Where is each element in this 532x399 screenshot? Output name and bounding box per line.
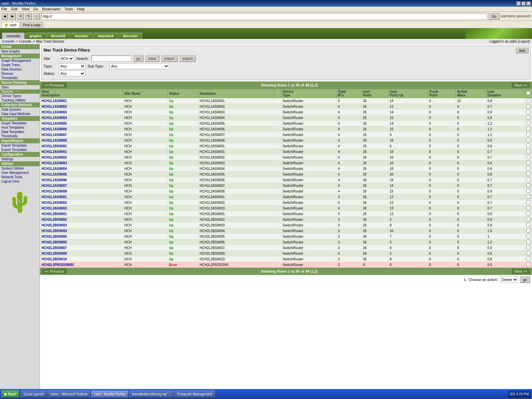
taskbar-item-compmgmt[interactable]: Computer Management (174, 390, 215, 398)
go-button[interactable]: Go (488, 13, 499, 20)
sidebar-item-host-templates[interactable]: Host Templates (0, 125, 40, 130)
host-link[interactable]: HCH1L2ASWI08 (42, 190, 67, 193)
host-link[interactable]: HCH1L3ASWI03 (42, 206, 67, 210)
row-checkbox[interactable] (526, 155, 530, 159)
row-checkbox[interactable] (526, 262, 530, 266)
row-checkbox[interactable] (526, 200, 530, 204)
sidebar-item-data-queries[interactable]: Data Queries (0, 107, 40, 112)
host-link[interactable]: HCH1L1ASWI01 (42, 99, 67, 103)
host-link[interactable]: HCH2L2BSWI09 (42, 252, 67, 255)
row-checkbox[interactable] (526, 144, 530, 148)
row-checkbox[interactable] (526, 223, 530, 227)
row-checkbox[interactable] (526, 161, 530, 165)
status-select[interactable]: Any (59, 70, 85, 76)
import-button[interactable]: import (161, 55, 178, 62)
nav-tab-console[interactable]: console (2, 33, 25, 39)
go-button[interactable]: go (133, 55, 143, 62)
row-checkbox[interactable] (526, 132, 530, 136)
row-checkbox[interactable] (526, 217, 530, 221)
host-link[interactable]: HCH1L1ASWI03 (42, 110, 67, 114)
minimize-button[interactable]: _ (516, 1, 521, 6)
taskbar-item-firefox[interactable]: cacti - Mozilla Firefox (91, 390, 128, 398)
host-link[interactable]: HCH1L1ASWI08 (42, 139, 67, 142)
row-checkbox[interactable] (526, 138, 530, 142)
host-link[interactable]: HCH2L2BSWI07 (42, 246, 67, 250)
site-select[interactable]: HCH All (59, 56, 74, 62)
nav-tab-threshld[interactable]: threshld (47, 33, 69, 39)
row-checkbox[interactable] (526, 115, 530, 119)
export-button[interactable]: export (180, 55, 196, 62)
row-checkbox[interactable] (526, 245, 530, 249)
host-link[interactable]: HCH1L1ASWI06 (42, 127, 67, 131)
nav-tab-monitor[interactable]: monitor (70, 33, 93, 39)
action-go-button[interactable]: go (520, 276, 530, 283)
sidebar-item-settings[interactable]: Settings (0, 157, 40, 161)
host-link[interactable]: HCH1L3ASWI02 (42, 201, 67, 204)
row-checkbox[interactable] (526, 121, 530, 125)
action-select[interactable]: Delete (500, 276, 518, 283)
sidebar-item-tracking-utilities[interactable]: Tracking Utilities (0, 98, 40, 102)
sidebar-item-graph-templates[interactable]: Graph Templates (0, 121, 40, 125)
row-checkbox[interactable] (526, 206, 530, 210)
close-button[interactable]: ✕ (526, 1, 531, 6)
row-checkbox[interactable] (526, 98, 530, 102)
sidebar-item-data-input-methods[interactable]: Data Input Methods (0, 112, 40, 116)
forward-button[interactable]: ▶ (9, 13, 16, 20)
sidebar-item-network-tools[interactable]: Network Tools (0, 175, 40, 179)
taskbar-item-tweedledee[interactable]: tweedledee.hillsong.net ... (129, 390, 174, 398)
menu-file[interactable]: File (1, 7, 7, 11)
host-link[interactable]: HCH1L2ASWI06 (42, 178, 67, 182)
row-checkbox[interactable] (526, 172, 530, 176)
next-button-top[interactable]: Next >> (512, 82, 530, 88)
host-link[interactable]: HCH2L2BSWI06 (42, 240, 67, 244)
sidebar-item-import-templates[interactable]: Import Templates (0, 143, 40, 148)
add-button[interactable]: Add (516, 48, 528, 53)
sidebar-item-devices[interactable]: Devices (0, 89, 40, 94)
sidebar-item-thresholds-tmpl[interactable]: Thresholds (0, 134, 40, 138)
row-checkbox[interactable] (526, 110, 530, 114)
clear-button[interactable]: clear (145, 55, 159, 62)
row-checkbox[interactable] (526, 189, 530, 193)
sidebar-item-new-graphs[interactable]: New Graphs (0, 49, 40, 54)
menu-bookmarks[interactable]: Bookmarks (42, 7, 61, 11)
type-select[interactable]: Any (59, 63, 85, 69)
row-checkbox[interactable] (526, 166, 530, 170)
sidebar-item-data-sources[interactable]: Data Sources (0, 67, 40, 71)
host-link[interactable]: HCH2L2BSWI04 (42, 229, 67, 233)
sidebar-item-device-types[interactable]: Device Types (0, 94, 40, 98)
row-checkbox[interactable] (526, 149, 530, 153)
sidebar-item-thresholds-mgmt[interactable]: Thresholds (0, 76, 40, 80)
host-link[interactable]: HCH1L2ASWI05 (42, 173, 67, 176)
stop-button[interactable]: ✕ (17, 13, 24, 20)
select-all-checkbox[interactable] (526, 91, 530, 95)
row-checkbox[interactable] (526, 195, 530, 199)
nav-tab-graphs[interactable]: graphs (25, 33, 46, 39)
taskbar-item-quicklaunch[interactable]: Quick Launch (21, 390, 47, 398)
host-link[interactable]: HCH2L2BSWI10 (42, 257, 67, 261)
refresh-button[interactable]: ↻ (25, 13, 32, 20)
start-button[interactable]: ▶ Start (1, 390, 19, 398)
row-checkbox[interactable] (526, 211, 530, 215)
sidebar-item-devices-mgmt[interactable]: Devices (0, 71, 40, 76)
host-link[interactable]: HCH1L2ASWI07 (42, 184, 67, 188)
host-link[interactable]: HCH1L3ASWI01 (42, 195, 67, 199)
sidebar-item-logout-user[interactable]: Logout User (0, 179, 40, 184)
host-link[interactable]: HCH1L1ASWI02 (42, 105, 67, 108)
nav-tab-mactrack[interactable]: mactrack (93, 33, 118, 39)
search-input[interactable] (91, 56, 131, 62)
host-link[interactable]: HCH1L2ASWI04 (42, 167, 67, 171)
next-button-bottom[interactable]: Next >> (512, 269, 530, 274)
host-link[interactable]: HCH1L1ASWI05 (42, 122, 67, 125)
host-link[interactable]: HCH1L1ASWI07 (42, 133, 67, 137)
host-link[interactable]: HCH1L2ASWI03 (42, 161, 67, 165)
breadcrumb-console[interactable]: Console (2, 40, 14, 43)
back-button[interactable]: ◀ (1, 13, 8, 20)
row-checkbox[interactable] (526, 251, 530, 255)
taskbar-item-outlook[interactable]: Inbox - Microsoft Outlook (48, 390, 90, 398)
subtype-select[interactable]: Any (109, 63, 169, 69)
menu-tools[interactable]: Tools (65, 7, 73, 11)
address-bar[interactable] (41, 13, 487, 20)
row-checkbox[interactable] (526, 178, 530, 182)
row-checkbox[interactable] (526, 127, 530, 131)
host-link[interactable]: HCH1L2ASWI02 (42, 156, 67, 159)
